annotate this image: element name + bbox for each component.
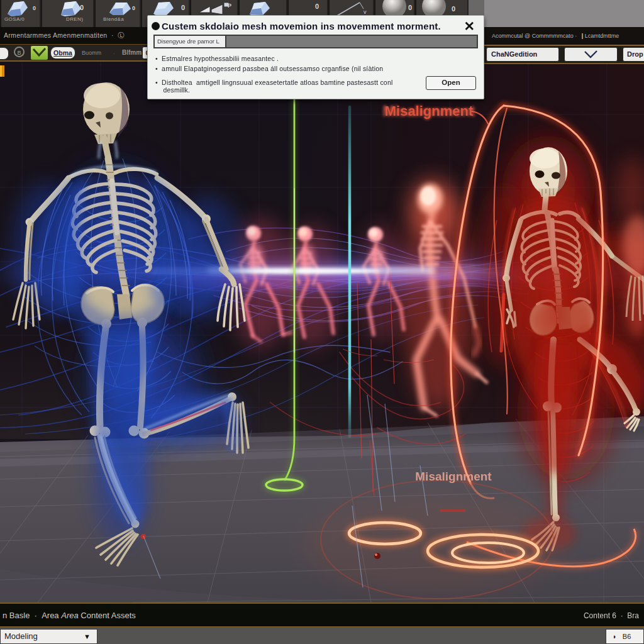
svg-text:Misalignment: Misalignment — [385, 103, 474, 119]
svg-text:v: v — [364, 9, 367, 15]
svg-text:Misalignment: Misalignment — [415, 470, 492, 483]
